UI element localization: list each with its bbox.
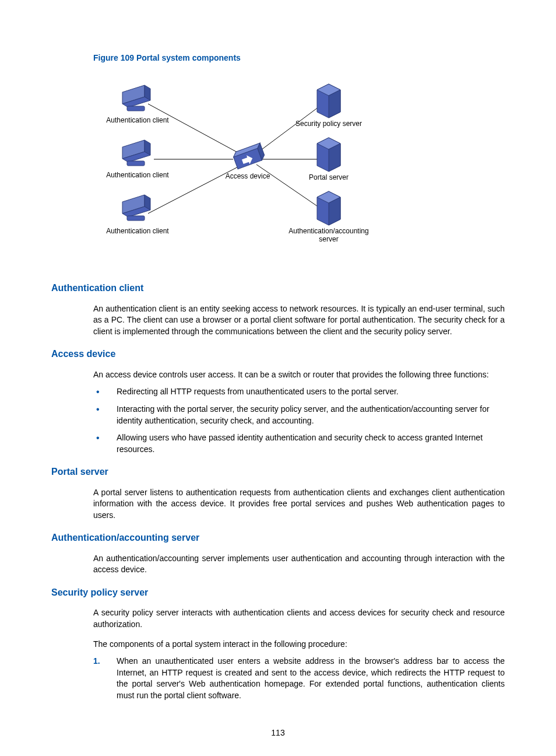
figure-caption: Figure 109 Portal system components — [93, 52, 505, 64]
para-security-2: The components of a portal system intera… — [93, 639, 505, 650]
svg-line-0 — [148, 104, 245, 156]
portal-diagram: Authentication client Authentication cli… — [93, 75, 505, 259]
list-item: Interacting with the portal server, the … — [96, 404, 505, 426]
diagram-label-portal: Portal server — [309, 173, 349, 181]
para-auth-client: An authentication client is an entity se… — [93, 303, 505, 338]
page-number: 113 — [51, 727, 505, 739]
list-item: Redirecting all HTTP requests from unaut… — [96, 386, 505, 398]
list-item: Allowing users who have passed identity … — [96, 432, 505, 455]
heading-auth-acct: Authentication/accounting server — [51, 531, 505, 544]
list-item: 1. When an unauthenticated user enters a… — [93, 656, 505, 701]
heading-portal-server: Portal server — [51, 466, 505, 478]
svg-rect-7 — [127, 161, 145, 166]
diagram-label-client3: Authentication client — [106, 227, 169, 235]
access-device-list: Redirecting all HTTP requests from unaut… — [96, 386, 505, 455]
para-access-intro: An access device controls user access. I… — [93, 369, 505, 381]
diagram-label-auth2: server — [319, 235, 338, 243]
para-auth-acct: An authentication/accounting server impl… — [93, 553, 505, 576]
diagram-label-client2: Authentication client — [106, 171, 169, 179]
para-security-1: A security policy server interacts with … — [93, 607, 505, 630]
diagram-label-access: Access device — [226, 172, 270, 180]
heading-security-policy: Security policy server — [51, 586, 505, 599]
svg-rect-6 — [127, 106, 145, 111]
diagram-label-policy: Security policy server — [295, 120, 362, 128]
svg-rect-8 — [127, 216, 145, 220]
heading-access-device: Access device — [51, 348, 505, 360]
para-portal-server: A portal server listens to authenticatio… — [93, 487, 505, 522]
procedure-list: 1. When an unauthenticated user enters a… — [93, 656, 505, 701]
svg-line-5 — [256, 164, 323, 210]
heading-auth-client: Authentication client — [51, 282, 505, 295]
svg-line-3 — [256, 104, 323, 153]
step-text: When an unauthenticated user enters a we… — [117, 656, 505, 700]
diagram-label-auth1: Authentication/accounting — [288, 227, 368, 235]
diagram-label-client1: Authentication client — [106, 116, 169, 124]
step-number: 1. — [93, 656, 100, 667]
